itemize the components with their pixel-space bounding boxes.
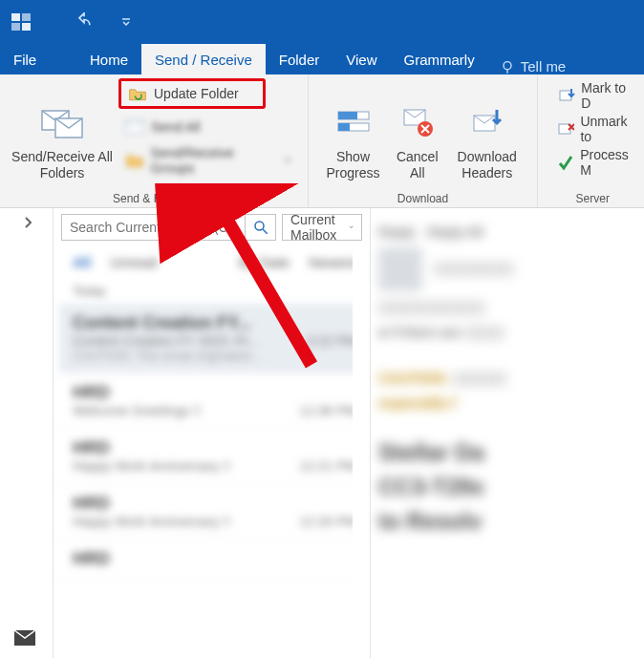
expand-nav-icon[interactable] (23, 216, 32, 232)
update-folder-label: Update Folder (154, 86, 239, 101)
search-icon[interactable] (245, 215, 275, 240)
group-caption-download: Download (318, 190, 527, 205)
mark-download-label: Mark to D (581, 80, 632, 111)
unmark-icon (557, 118, 574, 139)
search-scope-dropdown[interactable]: Current Mailbox (282, 214, 362, 241)
cancel-all-label: Cancel All (388, 149, 446, 181)
mail-icon[interactable] (13, 633, 36, 649)
mark-download-icon (557, 85, 575, 106)
app-icon (10, 11, 32, 33)
tell-me[interactable]: Tell me (500, 58, 567, 74)
svg-point-20 (255, 222, 264, 230)
svg-point-4 (504, 61, 511, 69)
title-bar (0, 0, 644, 44)
tab-grammarly[interactable]: Grammarly (391, 44, 488, 74)
svg-rect-0 (11, 13, 20, 21)
list-scrollbar[interactable] (353, 246, 370, 658)
process-icon (557, 152, 574, 173)
folder-refresh-icon (127, 83, 148, 104)
download-headers-label: Download Headers (446, 149, 527, 181)
ribbon: Send/Receive All Folders Update Folder S… (0, 74, 644, 208)
tab-file[interactable]: File (0, 44, 76, 74)
search-input[interactable] (62, 220, 245, 235)
group-server: Mark to D Unmark to Process M Server (538, 74, 644, 207)
tell-me-label: Tell me (521, 58, 567, 74)
content-area: Current Mailbox All Unread By Date Newes… (0, 208, 644, 658)
list-item[interactable]: HRD Welcome Greetings !!12:36 PM (59, 373, 370, 429)
message-list: Current Mailbox All Unread By Date Newes… (54, 208, 371, 658)
avatar (378, 247, 422, 291)
nav-rail (0, 208, 54, 658)
group-send-receive: Send/Receive All Folders Update Folder S… (0, 74, 309, 207)
cancel-all-button[interactable]: Cancel All (388, 78, 446, 181)
ribbon-tabs: File Home Send / Receive Folder View Gra… (0, 44, 644, 74)
svg-rect-10 (338, 112, 357, 119)
folder-icon (124, 150, 145, 171)
list-item[interactable]: HRD Happy Work Anniversary !!12:20 PM (59, 484, 370, 540)
show-progress-label: Show Progress (318, 149, 388, 181)
svg-rect-1 (22, 13, 31, 21)
unmark-label: Unmark to (580, 114, 632, 144)
list-item[interactable]: Content Creation FY... Content Creation … (59, 304, 370, 373)
svg-line-21 (263, 229, 268, 234)
send-receive-groups-button[interactable]: Send/Receive Groups (118, 145, 298, 176)
process-button[interactable]: Process M (551, 147, 638, 178)
send-all-button[interactable]: Send All (118, 112, 266, 142)
qat-dropdown[interactable] (120, 9, 132, 35)
tab-view[interactable]: View (333, 44, 390, 74)
envelope-icon (124, 117, 145, 138)
date-header: Today (59, 278, 370, 304)
tab-send-receive[interactable]: Send / Receive (141, 44, 266, 74)
svg-rect-3 (22, 23, 31, 31)
group-download: Show Progress Cancel All Download Header… (309, 74, 538, 207)
group-caption-send-receive: Send & Receive (10, 190, 298, 205)
update-folder-button[interactable]: Update Folder (118, 78, 266, 109)
tab-folder[interactable]: Folder (266, 44, 333, 74)
undo-button[interactable] (71, 9, 97, 35)
scroll-up-icon[interactable] (353, 246, 370, 264)
send-receive-all-button[interactable]: Send/Receive All Folders (10, 78, 115, 181)
send-receive-groups-label: Send/Receive Groups (151, 145, 280, 176)
show-progress-button[interactable]: Show Progress (318, 78, 388, 181)
send-all-label: Send All (151, 119, 200, 135)
mark-download-button[interactable]: Mark to D (551, 80, 638, 111)
list-item[interactable]: HRD Happy Work Anniversary !!12:21 PM (59, 429, 370, 484)
unmark-button[interactable]: Unmark to (551, 114, 638, 144)
tab-home[interactable]: Home (76, 44, 141, 74)
list-item[interactable]: HRD (59, 540, 370, 580)
svg-rect-2 (11, 23, 20, 31)
search-scope-label: Current Mailbox (290, 212, 341, 243)
send-receive-all-label: Send/Receive All Folders (10, 149, 115, 181)
reading-pane: Reply Reply All ▢▢▢▢▢▢ ▢▢▢▢▢▢▢▢ ● If the… (371, 208, 644, 658)
process-label: Process M (580, 147, 632, 178)
group-caption-server: Server (547, 190, 638, 205)
download-headers-button[interactable]: Download Headers (446, 78, 527, 181)
search-box[interactable] (61, 214, 276, 241)
svg-rect-12 (338, 123, 350, 131)
list-filter-row[interactable]: All Unread By Date Newest (59, 246, 370, 278)
